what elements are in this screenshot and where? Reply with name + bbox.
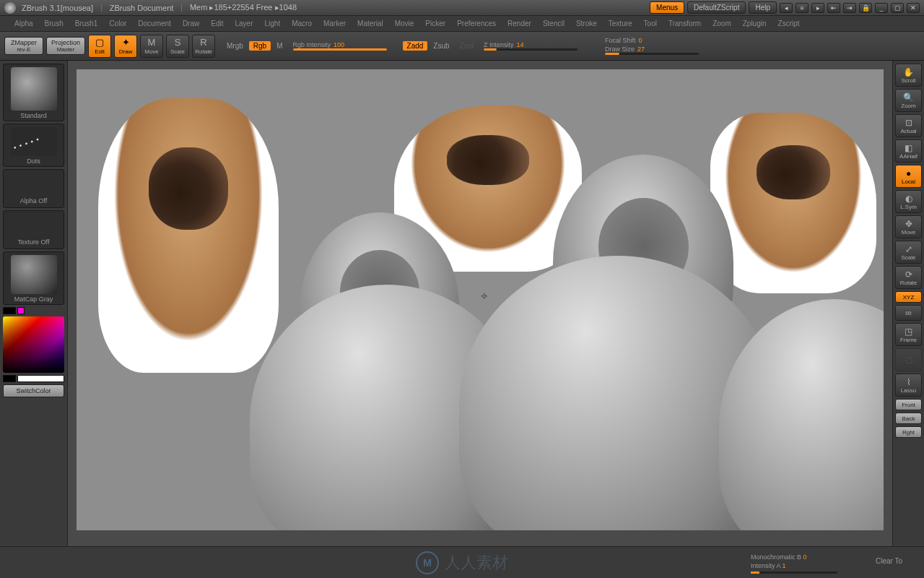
zoom-button[interactable]: 🔍Zoom	[895, 89, 922, 112]
menu-macro[interactable]: Macro	[292, 20, 312, 27]
move-nav-button[interactable]: ✥Move	[895, 215, 922, 238]
close-icon[interactable]: ✕	[907, 3, 920, 13]
scale-icon: S	[175, 37, 181, 48]
projection-master-button[interactable]: Projection Master	[46, 37, 85, 55]
menu-preferences[interactable]: Preferences	[457, 20, 496, 27]
doc-title: ZBrush Document	[110, 4, 174, 12]
dock-left-icon[interactable]: ⇤	[827, 3, 840, 13]
menu-movie[interactable]: Movie	[395, 20, 414, 27]
menu-texture[interactable]: Texture	[609, 20, 632, 27]
menu-alpha[interactable]: Alpha	[14, 20, 33, 27]
alpha-slot[interactable]: Alpha Off	[3, 169, 64, 208]
intensity-a-slider[interactable]: Intensity A 1	[751, 562, 837, 569]
clear-to-label[interactable]: Clear To	[876, 557, 902, 565]
scale-button[interactable]: SScale	[166, 35, 189, 58]
menu-zplugin[interactable]: Zplugin	[743, 20, 767, 27]
brush-slot[interactable]: Standard	[3, 64, 64, 121]
stroke-slot[interactable]: Dots	[3, 124, 64, 167]
move-nav-icon: ✥	[905, 219, 912, 229]
scale-nav-button[interactable]: ⤢Scale	[895, 241, 922, 264]
menu-bar: Alpha Brush Brush1 Color Document Draw E…	[0, 16, 924, 32]
menu-draw[interactable]: Draw	[183, 20, 199, 27]
menu-zoom[interactable]: Zoom	[712, 20, 731, 27]
menu-material[interactable]: Material	[357, 20, 383, 27]
bars-icon[interactable]: ≡	[796, 3, 808, 13]
menu-light[interactable]: Light	[264, 20, 280, 27]
prev-icon[interactable]: ◂	[780, 3, 793, 13]
frame-button[interactable]: ◳Frame	[895, 323, 922, 346]
xyz-button[interactable]: XYZ	[895, 291, 922, 303]
local-button[interactable]: ●Local	[895, 165, 922, 188]
texture-label: Texture Off	[18, 238, 50, 246]
projmaster-l1: Projection	[51, 39, 80, 46]
swatch-bar2	[3, 375, 64, 382]
zmapper-button[interactable]: ZMapper rev-E	[4, 37, 43, 55]
menu-document[interactable]: Document	[138, 20, 171, 27]
menu-render[interactable]: Render	[507, 20, 531, 27]
front-button[interactable]: Front	[895, 399, 922, 410]
stroke-label: Dots	[5, 158, 62, 165]
menu-stencil[interactable]: Stencil	[543, 20, 565, 27]
lsym-button[interactable]: ◐L.Sym	[895, 190, 922, 213]
zcut-toggle[interactable]: Zcut	[456, 41, 478, 51]
menu-picker[interactable]: Picker	[425, 20, 445, 27]
footer-bar: M 人人素材 Monochromatic B 0 Intensity A 1 C…	[0, 546, 924, 578]
menus-button[interactable]: Menus	[650, 1, 684, 14]
app-logo-icon	[4, 2, 16, 14]
menu-transform[interactable]: Transform	[668, 20, 701, 27]
default-zscript-button[interactable]: DefaultZScript	[687, 1, 746, 14]
brush-thumb-icon	[11, 67, 57, 111]
dock-right-icon[interactable]: ⇥	[843, 3, 856, 13]
menu-edit[interactable]: Edit	[211, 20, 223, 27]
m-toggle[interactable]: M	[272, 41, 287, 51]
menu-zscript[interactable]: Zscript	[778, 20, 800, 27]
lasso-button[interactable]: ⌇Lasso	[895, 374, 922, 397]
scroll-button[interactable]: ✋Scroll	[895, 64, 922, 87]
help-button[interactable]: Help	[749, 1, 777, 14]
minimize-icon[interactable]: _	[875, 3, 888, 13]
right-palette: ✋Scroll 🔍Zoom ⊡Actual ◧AAHalf ●Local ◐L.…	[892, 61, 924, 546]
rgb-intensity-slider[interactable]: Rgb Intensity 100	[293, 41, 387, 51]
z-intensity-slider[interactable]: Z Intensity 14	[484, 41, 578, 51]
rotate-button[interactable]: RRotate	[192, 35, 215, 58]
switch-color-button[interactable]: SwitchColor	[3, 384, 64, 397]
mrgb-toggle[interactable]: Mrgb	[222, 41, 248, 51]
swatch-black[interactable]	[3, 307, 16, 314]
next-icon[interactable]: ▸	[811, 3, 824, 13]
aahalf-button[interactable]: ◧AAHalf	[895, 139, 922, 163]
zadd-toggle[interactable]: Zadd	[403, 41, 428, 51]
back-button[interactable]: Back	[895, 413, 922, 424]
mem-readout: Mem ▸185+22554 Free ▸1048	[190, 3, 297, 12]
material-slot[interactable]: MatCap Gray	[3, 251, 64, 305]
move-button[interactable]: MMove	[140, 35, 163, 58]
transp-button[interactable]: ◌	[895, 348, 922, 371]
menu-layer[interactable]: Layer	[235, 20, 253, 27]
swatch2-black[interactable]	[3, 375, 16, 382]
menu-brush[interactable]: Brush	[45, 20, 64, 27]
rotate-nav-button[interactable]: ⟳Rotate	[895, 266, 922, 289]
menu-marker[interactable]: Marker	[323, 20, 346, 27]
right-view-button[interactable]: Rght	[895, 426, 922, 438]
zsub-toggle[interactable]: Zsub	[429, 41, 453, 51]
maximize-icon[interactable]: ▢	[891, 3, 904, 13]
lock-icon[interactable]: 🔒	[859, 3, 872, 13]
viewport-canvas[interactable]: ✧	[77, 69, 884, 530]
menu-color[interactable]: Color	[109, 20, 126, 27]
menu-tool[interactable]: Tool	[644, 20, 657, 27]
texture-slot[interactable]: Texture Off	[3, 210, 64, 249]
swatch-magenta[interactable]	[17, 307, 25, 314]
actual-button[interactable]: ⊡Actual	[895, 114, 922, 137]
menu-stroke[interactable]: Stroke	[576, 20, 597, 27]
color-picker[interactable]	[3, 316, 64, 373]
swatch2-white[interactable]	[17, 375, 64, 382]
mono-b-slider[interactable]: Monochromatic B 0	[751, 553, 837, 561]
edit-button[interactable]: ▢Edit	[88, 35, 111, 58]
draw-button[interactable]: ✦Draw	[114, 35, 137, 58]
material-label: MatCap Gray	[5, 296, 62, 303]
link-button[interactable]: ∞	[895, 305, 922, 321]
local-icon: ●	[906, 168, 911, 178]
draw-size-slider[interactable]: Draw Size 27	[605, 46, 699, 55]
rgb-toggle[interactable]: Rgb	[249, 41, 271, 51]
focal-shift-slider[interactable]: Focal Shift 0	[605, 37, 699, 44]
menu-brush1[interactable]: Brush1	[75, 20, 98, 27]
